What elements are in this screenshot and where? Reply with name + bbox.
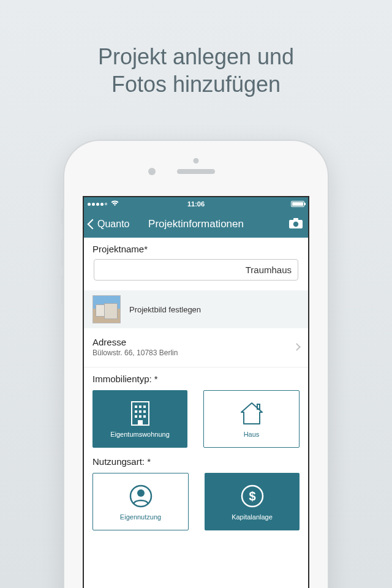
back-button[interactable]: Quanto bbox=[89, 219, 129, 230]
promo-line2: Fotos hinzufügen bbox=[0, 70, 392, 98]
chevron-right-icon bbox=[293, 343, 301, 351]
tile-label: Haus bbox=[244, 431, 260, 438]
project-image-row[interactable]: Projektbild festlegen bbox=[84, 290, 308, 328]
camera-icon bbox=[288, 217, 303, 229]
battery-icon bbox=[291, 201, 304, 207]
property-type-apartment[interactable]: Eigentumswohnung bbox=[92, 390, 187, 448]
phone-frame: 11:06 Quanto Projektinformationen Projek… bbox=[64, 141, 328, 588]
svg-rect-5 bbox=[139, 405, 141, 408]
building-icon bbox=[131, 400, 149, 427]
dollar-icon: $ bbox=[240, 483, 265, 510]
property-type-house[interactable]: Haus bbox=[203, 390, 300, 448]
wifi-icon bbox=[111, 200, 119, 208]
project-image-thumb bbox=[92, 295, 121, 323]
svg-rect-9 bbox=[143, 410, 146, 413]
address-row[interactable]: Adresse Bülowstr. 66, 10783 Berlin bbox=[84, 328, 308, 368]
projectname-label: Projektname* bbox=[92, 244, 300, 254]
phone-side-button bbox=[61, 239, 64, 267]
camera-button[interactable] bbox=[288, 217, 303, 232]
tile-label: Eigentumswohnung bbox=[110, 431, 170, 438]
svg-rect-4 bbox=[135, 405, 137, 408]
project-image-label: Projektbild festlegen bbox=[129, 305, 201, 314]
status-time: 11:06 bbox=[187, 200, 205, 208]
signal-icon bbox=[88, 203, 107, 206]
svg-rect-11 bbox=[139, 415, 141, 418]
person-icon bbox=[129, 483, 153, 510]
svg-rect-10 bbox=[135, 415, 137, 418]
svg-rect-7 bbox=[135, 410, 137, 413]
projectname-input[interactable]: Traumhaus bbox=[94, 259, 298, 281]
property-type-label: Immobilientyp: * bbox=[84, 368, 308, 386]
chevron-left-icon bbox=[88, 219, 98, 230]
svg-point-2 bbox=[293, 221, 298, 226]
svg-text:$: $ bbox=[249, 489, 255, 503]
phone-side-button bbox=[61, 276, 64, 304]
promo-line1: Projekt anlegen und bbox=[0, 43, 392, 70]
usage-type-label: Nutzungsart: * bbox=[84, 450, 308, 469]
usage-type-investment[interactable]: $ Kapitalanlage bbox=[205, 473, 300, 530]
status-bar: 11:06 bbox=[84, 197, 308, 211]
tile-label: Kapitalanlage bbox=[232, 513, 273, 521]
address-label: Adresse bbox=[92, 337, 294, 347]
content: Projektname* Traumhaus Projektbild festl… bbox=[84, 238, 308, 533]
svg-rect-8 bbox=[139, 410, 141, 413]
projectname-value: Traumhaus bbox=[246, 265, 292, 275]
usage-type-own[interactable]: Eigennutzung bbox=[92, 473, 189, 530]
nav-bar: Quanto Projektinformationen bbox=[84, 211, 308, 238]
address-value: Bülowstr. 66, 10783 Berlin bbox=[92, 349, 294, 357]
page-title: Projektinformationen bbox=[148, 218, 244, 230]
back-label: Quanto bbox=[97, 219, 129, 230]
tile-label: Eigennutzung bbox=[120, 513, 161, 521]
svg-rect-1 bbox=[293, 218, 298, 221]
promo-title: Projekt anlegen und Fotos hinzufügen bbox=[0, 0, 392, 98]
screen: 11:06 Quanto Projektinformationen Projek… bbox=[83, 196, 309, 588]
house-icon bbox=[239, 400, 265, 427]
svg-rect-12 bbox=[143, 415, 146, 418]
svg-rect-13 bbox=[138, 420, 143, 425]
svg-rect-6 bbox=[143, 405, 146, 408]
phone-sensor bbox=[194, 158, 199, 164]
phone-front-camera bbox=[148, 168, 156, 175]
phone-side-button bbox=[61, 208, 64, 224]
phone-speaker bbox=[177, 169, 215, 174]
svg-point-16 bbox=[137, 489, 145, 497]
